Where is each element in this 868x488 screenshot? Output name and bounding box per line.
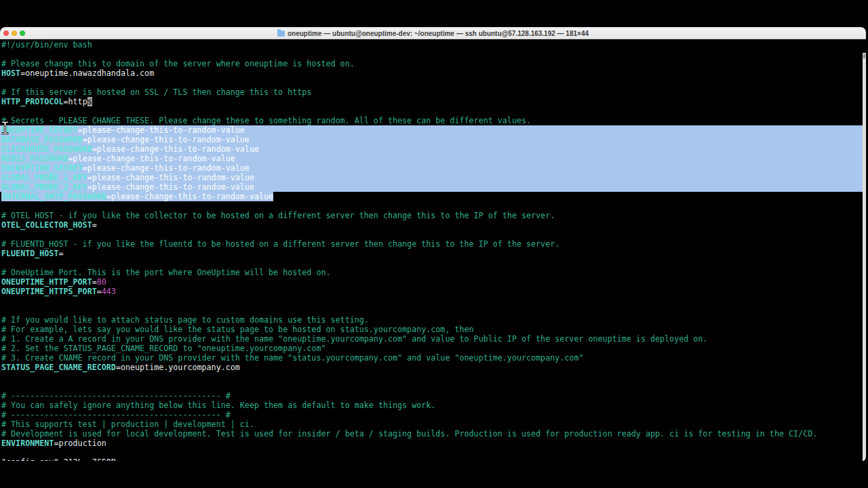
- terminal-line: # --------------------------------------…: [0, 410, 866, 420]
- terminal-line: HTTP_PROTOCOL=https: [0, 97, 866, 106]
- terminal-line: # For example, lets say you would like t…: [0, 325, 866, 334]
- terminal-line: [0, 201, 866, 211]
- terminal-line: ONEUPTIME_HTTPS_PORT=443: [0, 287, 866, 296]
- window-titlebar[interactable]: oneuptime — ubuntu@oneuptime-dev: ~/oneu…: [0, 27, 866, 39]
- terminal-line: # This supports test | production | deve…: [0, 420, 866, 429]
- terminal-screen[interactable]: #!/usr/bin/env bash# Please change this …: [0, 40, 866, 461]
- terminal-line: # 3. Create CNAME record in your DNS pro…: [0, 353, 866, 363]
- scrollbar-thumb[interactable]: [863, 54, 866, 59]
- terminal-line: [0, 306, 866, 315]
- terminal-line: # 2. Set the STATUS_PAGE_CNAME_RECORD to…: [0, 344, 866, 353]
- terminal-line: [0, 78, 866, 87]
- terminal-line: # OneUptime Port. This is the port where…: [0, 268, 866, 277]
- terminal-line: [0, 106, 866, 116]
- vim-status-line: "config.env" 212L, 7659B 7,19 Top: [0, 448, 866, 458]
- terminal-line: CLICKHOUSE_PASSWORD=please-change-this-t…: [0, 144, 866, 154]
- scrollbar-track-end: [863, 459, 866, 461]
- terminal-line: ONEUPTIME_SECRET=please-change-this-to-r…: [0, 125, 866, 135]
- terminal-line: # OTEL HOST - if you like the collector …: [0, 211, 866, 220]
- terminal-line: DATABASE_PASSWORD=please-change-this-to-…: [0, 135, 866, 144]
- terminal-line: OTEL_COLLECTOR_HOST=: [0, 220, 866, 230]
- terminal-line: ONEUPTIME_HTTP_PORT=80: [0, 277, 866, 287]
- terminal-line: GLOBAL_PROBE_2_KEY=please-change-this-to…: [0, 182, 866, 192]
- window-title: oneuptime — ubuntu@oneuptime-dev: ~/oneu…: [0, 27, 866, 39]
- scrollbar[interactable]: [863, 53, 866, 461]
- terminal-line: [0, 230, 866, 239]
- mouse-ibeam-cursor: [1, 121, 9, 135]
- window-title-text: oneuptime — ubuntu@oneuptime-dev: ~/oneu…: [288, 30, 589, 37]
- terminal-line: REDIS_PASSWORD=please-change-this-to-ran…: [0, 154, 866, 163]
- terminal-line: [0, 49, 866, 59]
- terminal-line: # 1. Create a A record in your DNS provi…: [0, 334, 866, 344]
- terminal-line: # Secrets - PLEASE CHANGE THESE. Please …: [0, 116, 866, 125]
- proxy-folder-icon: [277, 30, 285, 37]
- terminal-line: [0, 296, 866, 306]
- terminal-window: oneuptime — ubuntu@oneuptime-dev: ~/oneu…: [0, 27, 866, 461]
- terminal-line: [0, 258, 866, 268]
- terminal-line: FLUENTD_HOST=: [0, 249, 866, 258]
- terminal-line: # You can safely ignore anything below t…: [0, 401, 866, 410]
- terminal-line: ENCRYPTION_SECRET=please-change-this-to-…: [0, 163, 866, 173]
- terminal-buffer: #!/usr/bin/env bash# Please change this …: [0, 40, 866, 448]
- terminal-line: [0, 372, 866, 382]
- terminal-line: # If this server is hosted on SSL / TLS …: [0, 87, 866, 97]
- terminal-line: HOST=oneuptime.nawazdhandala.com: [0, 68, 866, 78]
- terminal-line: # Development is used for local developm…: [0, 429, 866, 439]
- terminal-line: # FLUENTD_HOST - if you like the fluentd…: [0, 239, 866, 249]
- vim-file-info: "config.env" 212L, 7659B: [1, 458, 116, 461]
- terminal-line: GLOBAL_PROBE_1_KEY=please-change-this-to…: [0, 173, 866, 182]
- terminal-line: # --------------------------------------…: [0, 391, 866, 401]
- terminal-line: # If you would like to attach status pag…: [0, 315, 866, 325]
- terminal-line: [0, 382, 866, 391]
- terminal-line: ENVIRONMENT=production: [0, 439, 866, 448]
- terminal-line: #!/usr/bin/env bash: [0, 40, 866, 49]
- terminal-line: STATUS_PAGE_CNAME_RECORD=oneuptime.yourc…: [0, 363, 866, 372]
- terminal-line: # Please change this to domain of the se…: [0, 59, 866, 68]
- screen: oneuptime — ubuntu@oneuptime-dev: ~/oneu…: [0, 0, 868, 488]
- terminal-line: INTERNAL_SMTP_PASSWORD=please-change-thi…: [0, 192, 866, 201]
